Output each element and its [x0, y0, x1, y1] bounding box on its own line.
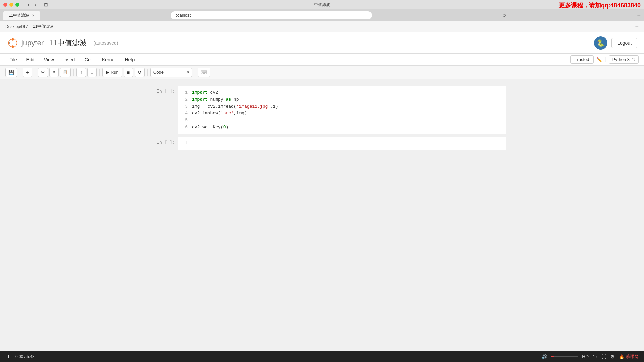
address-text: localhost: [175, 13, 191, 18]
code-line-3: img = cv2.imread('image11.jpg',1): [192, 103, 502, 110]
code-line-6: cv2.waitKey(0): [192, 124, 502, 131]
tab-label: 11中值滤波: [9, 13, 29, 18]
code-area-1: 1 2 3 4 5 6 import cv2 import numpy as n…: [178, 86, 506, 134]
line-numbers-1: 1 2 3 4 5 6: [178, 89, 192, 131]
header-right: 🐍 Logout: [594, 36, 637, 50]
close-window-button[interactable]: [3, 3, 7, 7]
volume-icon[interactable]: 🔊: [541, 354, 547, 359]
menu-item-help[interactable]: Help: [121, 56, 139, 64]
cell-type-wrapper: Code Markdown Raw NBConvert Heading ▼: [150, 68, 192, 77]
menu-right: Trusted ✏️ | Python 3: [570, 55, 639, 64]
menu-item-view[interactable]: View: [40, 56, 58, 64]
restart-button[interactable]: ↺: [135, 68, 145, 77]
code-line-2-1: [192, 140, 502, 147]
new-tab-button[interactable]: +: [637, 12, 641, 19]
browserbar: 11中值滤波 ✕ localhost ↺ +: [0, 9, 644, 21]
new-notebook-button[interactable]: +: [635, 23, 639, 30]
code-cell-1[interactable]: 1 2 3 4 5 6 import cv2 import numpy as n…: [178, 86, 506, 134]
path-current-notebook: 11中值滤波: [33, 24, 53, 29]
cell-container-2: In [ ]: 1: [138, 137, 506, 150]
notebook-body: In [ ]: 1 2 3 4 5 6 import cv2 import nu…: [0, 79, 644, 351]
move-up-button[interactable]: ↑: [76, 68, 86, 77]
edit-icon-button[interactable]: ✏️: [596, 57, 602, 62]
keyboard-shortcuts-button[interactable]: ⌨: [198, 68, 210, 77]
browser-tab[interactable]: 11中值滤波 ✕: [3, 11, 40, 20]
kernel-status-indicator: Python 3: [609, 55, 639, 64]
jupyter-header: jupyter 11中值滤波 (autosaved) 🐍 Logout: [0, 32, 644, 54]
code-line-4: cv2.imshow('src',img): [192, 110, 502, 117]
toolbar-separator-4: [99, 69, 100, 76]
speed-button[interactable]: 1x: [593, 354, 598, 359]
maximize-window-button[interactable]: [15, 3, 19, 7]
menubar: File Edit View Insert Cell Kernel Help T…: [0, 54, 644, 66]
code-cell-2[interactable]: 1: [178, 137, 506, 150]
brand-icon: 🔥: [619, 354, 624, 359]
forward-button[interactable]: ›: [33, 1, 38, 8]
jupyter-text: jupyter: [21, 39, 44, 47]
toolbar: 💾 + ✂ ⧉ 📋 ↑ ↓ ▶ Run ■ ↺ Code Markdown Ra…: [0, 66, 644, 79]
save-button[interactable]: 💾: [5, 68, 17, 77]
video-progress-bar[interactable]: [551, 356, 578, 357]
pathbar: Desktop/DL/ 11中值滤波 +: [0, 21, 644, 32]
tab-close-button[interactable]: ✕: [32, 14, 35, 17]
add-cell-button[interactable]: +: [23, 68, 32, 77]
code-line-5: [192, 117, 502, 124]
cell-container-1: In [ ]: 1 2 3 4 5 6 import cv2 import nu…: [138, 86, 506, 134]
code-content-2[interactable]: [192, 140, 506, 147]
menu-item-kernel[interactable]: Kernel: [98, 56, 119, 64]
traffic-lights: [3, 3, 19, 7]
autosaved-label: (autosaved): [94, 40, 118, 46]
hd-button[interactable]: HD: [582, 354, 589, 359]
run-button[interactable]: ▶ Run: [102, 68, 122, 77]
cell-type-select[interactable]: Code Markdown Raw NBConvert Heading: [150, 68, 192, 77]
video-time: 0:00 / 5:43: [15, 354, 35, 359]
watermark-text: 更多课程，请加qq:484683840: [559, 1, 641, 9]
menu-item-cell[interactable]: Cell: [80, 56, 97, 64]
titlebar-nav: ‹ › ⊞: [26, 1, 49, 8]
menu-item-file[interactable]: File: [5, 56, 21, 64]
copy-cell-button[interactable]: ⧉: [49, 68, 59, 77]
address-bar[interactable]: localhost: [171, 11, 372, 19]
settings-icon[interactable]: ⚙: [610, 354, 615, 359]
fullscreen-button[interactable]: ⛶: [602, 354, 606, 359]
toolbar-separator-3: [73, 69, 74, 76]
toolbar-separator-1: [20, 69, 20, 76]
statusbar: ⏸ 0:00 / 5:43 🔊 HD 1x ⛶ ⚙ 🔥 慕课网: [0, 351, 644, 362]
logout-button[interactable]: Logout: [611, 38, 637, 48]
line-numbers-2: 1: [178, 140, 192, 147]
divider: |: [605, 57, 606, 63]
notebook-title[interactable]: 11中值滤波: [49, 38, 87, 48]
video-progress-fill: [551, 356, 554, 357]
menu-item-edit[interactable]: Edit: [22, 56, 39, 64]
jupyter-logo: jupyter: [7, 37, 44, 49]
python-logo-icon: 🐍: [594, 36, 607, 50]
play-pause-button[interactable]: ⏸: [5, 354, 10, 359]
titlebar-title: 中值滤波: [314, 2, 330, 8]
menu-item-insert[interactable]: Insert: [59, 56, 79, 64]
refresh-button[interactable]: ↺: [502, 13, 506, 18]
trusted-button[interactable]: Trusted: [570, 55, 594, 64]
toolbar-separator-5: [147, 69, 148, 76]
cell-prompt-1: In [ ]:: [138, 86, 178, 94]
code-content-1[interactable]: import cv2 import numpy as np img = cv2.…: [192, 89, 506, 131]
stop-button[interactable]: ■: [124, 68, 133, 77]
toolbar-separator-6: [195, 69, 195, 76]
code-line-1: import cv2: [192, 89, 502, 96]
code-line-2: import numpy as np: [192, 96, 502, 103]
paste-cell-button[interactable]: 📋: [60, 68, 71, 77]
move-down-button[interactable]: ↓: [87, 68, 97, 77]
status-right: 🔊 HD 1x ⛶ ⚙ 🔥 慕课网: [541, 354, 639, 360]
path-desktop-link[interactable]: Desktop/DL/: [5, 24, 28, 29]
sidebar-toggle-button[interactable]: ⊞: [43, 1, 49, 8]
run-icon: ▶: [106, 70, 109, 75]
cut-cell-button[interactable]: ✂: [38, 68, 48, 77]
code-area-2: 1: [178, 137, 506, 150]
brand-label: 🔥 慕课网: [619, 354, 639, 360]
brand-text: 慕课网: [626, 354, 639, 360]
toolbar-separator-2: [35, 69, 35, 76]
run-label: Run: [111, 70, 119, 75]
back-button[interactable]: ‹: [26, 1, 31, 8]
minimize-window-button[interactable]: [9, 3, 13, 7]
kernel-label: Python 3: [612, 57, 630, 62]
jupyter-logo-icon: [7, 37, 19, 49]
